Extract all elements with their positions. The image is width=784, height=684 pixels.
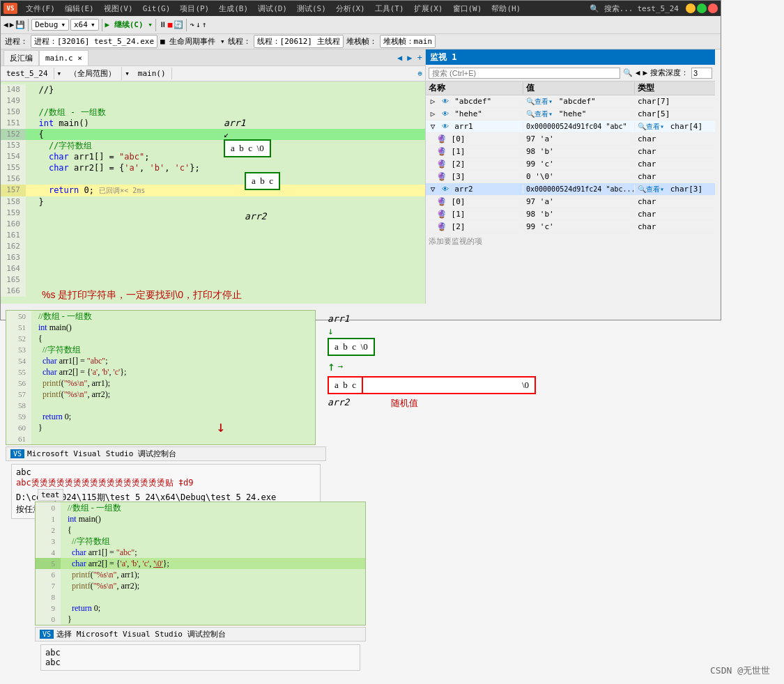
- scope-global[interactable]: （全局范围）: [64, 67, 122, 80]
- tut-left-arrow: ↑: [328, 359, 335, 373]
- arr2-watch-val: 0x000000524d91fc24 "abc...: [526, 185, 635, 193]
- tutorial-line-55: 55 char arr2[] = {'a', 'b', 'c'};: [6, 366, 315, 378]
- depth-input[interactable]: [691, 68, 712, 79]
- console2-line2: abc: [45, 658, 355, 667]
- thread-value[interactable]: 线程：[20612] 主线程: [254, 35, 344, 48]
- arr2-annotation: a b c arr2: [245, 172, 280, 221]
- step-over[interactable]: ↷: [190, 20, 194, 29]
- arrow-console1: ↓: [216, 418, 225, 435]
- toolbar-fwd[interactable]: ▶: [10, 20, 15, 29]
- menu-build[interactable]: 生成(B): [215, 2, 252, 15]
- watch-row-arr2[interactable]: ▽ 👁 arr2 0x000000524d91fc24 "abc... 🔍查看▾…: [426, 183, 715, 196]
- menu-file[interactable]: 文件(F): [22, 2, 59, 15]
- tut-null-char: \0: [522, 380, 529, 391]
- arr1-box: a b c \0: [224, 139, 271, 157]
- menu-analyze[interactable]: 分析(X): [332, 2, 369, 15]
- tab-mainc-label: main.c ×: [45, 54, 82, 63]
- code-line-156: 156: [1, 173, 425, 185]
- menu-tools[interactable]: 工具(T): [371, 2, 408, 15]
- eye-arr2[interactable]: 👁: [442, 185, 449, 193]
- tut2-line-2: 2 {: [36, 524, 365, 536]
- tut-arr2-overflow: \0: [362, 376, 536, 394]
- arr1-0-icon: 🔮: [437, 134, 447, 143]
- back-nav[interactable]: ◀: [636, 68, 640, 77]
- abcdef-name: "abcdef": [454, 97, 491, 106]
- start-button[interactable]: ▶ 继续(C) ▾: [105, 20, 153, 30]
- toolbar-save[interactable]: 💾: [15, 20, 25, 29]
- close-button[interactable]: [708, 3, 718, 13]
- watch-row-hehe[interactable]: ▷ 👁 "hehe" 🔍查看▾ "hehe" char[5]: [426, 108, 715, 121]
- tut2-line-5: 5 char arr2[] = {'a', 'b', 'c', '\0'};: [36, 558, 365, 569]
- expand-arr1[interactable]: ▽: [429, 122, 437, 131]
- scope-func[interactable]: main(): [132, 68, 172, 79]
- tab-mainc[interactable]: main.c ×: [39, 50, 89, 65]
- info-text-annotation: %s 是打印字符串，一定要找到\0，打印才停止: [42, 289, 242, 302]
- menu-test[interactable]: 测试(S): [293, 2, 330, 15]
- add-watch-item[interactable]: 添加要监视的项: [426, 233, 715, 249]
- eye-abcdef-val[interactable]: 🔍查看▾: [526, 98, 553, 105]
- tutorial-annotations: arr1 ↓ a b c \0 ↑ → a b c \0 arr2 随机值: [328, 313, 536, 410]
- menu-project[interactable]: 项目(P): [176, 2, 213, 15]
- tutorial-line-59: 59 return 0;: [6, 411, 315, 422]
- menu-window[interactable]: 窗口(W): [449, 2, 486, 15]
- process-value[interactable]: 进程：[32016] test_5_24.exe: [31, 35, 157, 48]
- watch-row-abcdef[interactable]: ▷ 👁 "abcdef" 🔍查看▾ "abcdef" char[7]: [426, 95, 715, 108]
- tutorial-code-block2: 0 //数组 - 一组数 1 int main() 2 { 3 //字符数组 4…: [35, 502, 366, 625]
- eye-hehe[interactable]: 👁: [442, 110, 449, 118]
- code-nav-arrows[interactable]: ⊕: [417, 69, 425, 78]
- col-name: 名称: [426, 82, 523, 94]
- arr1-arrow-down: ↙: [224, 130, 229, 139]
- tut2-line-1: 1 int main(): [36, 513, 365, 524]
- platform-dropdown[interactable]: x64 ▾: [70, 19, 99, 31]
- menu-ext[interactable]: 扩展(X): [410, 2, 447, 15]
- hehe-name: "hehe": [454, 109, 482, 118]
- watch-toolbar: 🔍 ◀ ▶ 搜索深度：: [426, 65, 715, 81]
- tut2-line-4: 4 char arr1[] = "abc";: [36, 547, 365, 558]
- step-into[interactable]: ↓: [196, 20, 201, 29]
- maximize-button[interactable]: [697, 3, 707, 13]
- code-line-150: 150 //数组 - 一组数: [1, 107, 425, 118]
- minimize-button[interactable]: [686, 3, 695, 13]
- expand-hehe[interactable]: ▷: [429, 109, 437, 118]
- frame-value[interactable]: 堆栈帧：main: [380, 35, 436, 48]
- tut2-line-8: 8: [36, 591, 365, 603]
- arr2-0-icon: 🔮: [437, 197, 447, 206]
- debug-arrow: ▾: [61, 20, 66, 29]
- arr1-2-icon: 🔮: [437, 160, 447, 169]
- toolbar-back[interactable]: ◀: [3, 20, 8, 29]
- debug-dropdown[interactable]: Debug ▾: [31, 19, 69, 31]
- pause-btn[interactable]: ⏸: [159, 20, 167, 29]
- menu-edit[interactable]: 编辑(E): [61, 2, 98, 15]
- tutorial-section1: 50 //数组 - 一组数 51 int main() 52 { 53 //字符…: [6, 310, 326, 495]
- scope-project[interactable]: test_5_24: [1, 68, 54, 79]
- tut2-title: teat: [38, 489, 63, 501]
- code-line-155: 155 char arr2[] = {'a', 'b', 'c'};: [1, 162, 425, 173]
- window-controls: [686, 3, 718, 13]
- tutorial-line-50: 50 //数组 - 一组数: [6, 311, 315, 322]
- stop-btn[interactable]: ■: [168, 20, 173, 29]
- code-area[interactable]: 148 //} 149 150 //数组 - 一组数 151: [1, 81, 425, 304]
- scroll-arrows[interactable]: ◀ ▶ +: [397, 53, 422, 63]
- tut-random-label: 随机值: [391, 397, 418, 410]
- csdn-footer: CSDN @无世世: [710, 664, 770, 677]
- step-out[interactable]: ↑: [202, 20, 207, 29]
- window-title: test_5_24: [637, 4, 679, 13]
- tut2-line-9: 9 return 0;: [36, 603, 365, 614]
- eye-arr1[interactable]: 👁: [442, 123, 449, 130]
- eye-abcdef[interactable]: 👁: [442, 98, 449, 105]
- tab-disassembly[interactable]: 反汇编: [3, 50, 39, 65]
- fwd-nav[interactable]: ▶: [643, 68, 647, 77]
- arr1-3-icon: 🔮: [437, 172, 447, 181]
- restart-btn[interactable]: 🔄: [174, 20, 183, 29]
- watch-table[interactable]: ▷ 👁 "abcdef" 🔍查看▾ "abcdef" char[7]: [426, 95, 715, 304]
- watch-row-arr1[interactable]: ▽ 👁 arr1 0x000000524d91fc04 "abc" 🔍查看▾ c…: [426, 121, 715, 133]
- tutorial-line-61: 61: [6, 433, 315, 444]
- expand-abcdef[interactable]: ▷: [429, 97, 437, 106]
- menu-view[interactable]: 视图(V): [100, 2, 137, 15]
- menu-git[interactable]: Git(G): [139, 3, 175, 15]
- tutorial-section2: teat 0 //数组 - 一组数 1 int main() 2 { 3 //字…: [35, 502, 366, 674]
- watch-search-input[interactable]: [429, 68, 620, 79]
- expand-arr2[interactable]: ▽: [429, 185, 437, 194]
- menu-debug[interactable]: 调试(D): [254, 2, 291, 15]
- menu-help[interactable]: 帮助(H): [487, 2, 525, 15]
